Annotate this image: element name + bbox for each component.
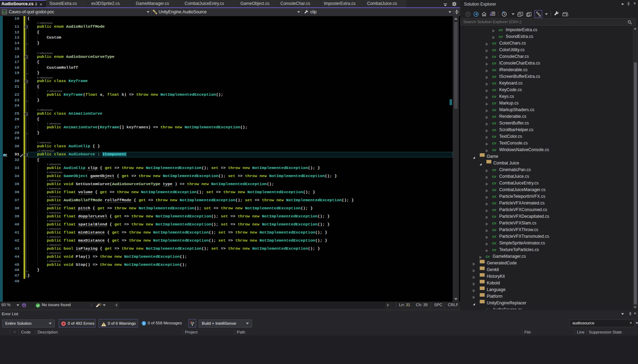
svg-text:C#: C# xyxy=(2,11,7,14)
